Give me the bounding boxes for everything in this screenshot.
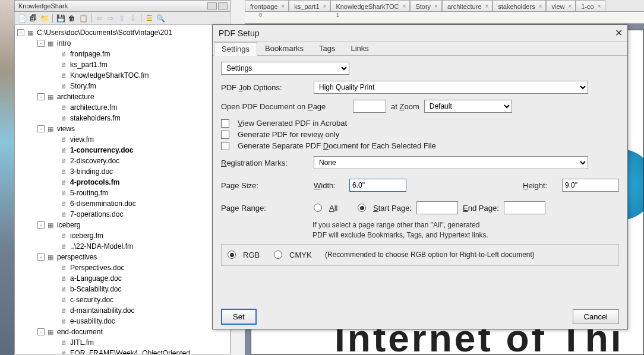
expander-icon[interactable]: − [37,40,45,47]
document-tab[interactable]: Story× [410,0,442,11]
panel-minimize-icon[interactable] [207,2,217,9]
tree-file[interactable]: FOR_FRAME\Week4_ObjectOriented [16,348,229,354]
tree-file[interactable]: architecture.fm [16,102,229,113]
panel-options-icon[interactable] [218,2,228,9]
document-tab[interactable]: ks_part1× [289,0,330,11]
tab-close-icon[interactable]: × [281,3,285,9]
tree-file[interactable]: Perspectives.doc [16,262,229,273]
tree-file[interactable]: ks_part1.fm [16,59,229,70]
save-icon[interactable]: 💾 [56,14,65,23]
arrow-up-icon[interactable]: ⇧ [117,14,127,23]
height-input[interactable] [562,179,619,192]
tree-file[interactable]: 4-protocols.fm [16,177,229,188]
tab-close-icon[interactable]: × [434,3,438,9]
tree-folder[interactable]: −architecture [16,91,229,102]
cancel-button[interactable]: Cancel [573,309,619,324]
tree-folder[interactable]: −iceberg [16,220,229,230]
tree-file[interactable]: b-Scalability.doc [16,284,229,294]
end-page-input[interactable] [504,201,545,214]
close-icon[interactable]: ✕ [615,27,623,39]
document-tab[interactable]: KnowledgeSharkTOC× [330,0,410,11]
all-radio[interactable] [314,204,322,212]
tree-file[interactable]: a-Language.doc [16,273,229,284]
tree-file[interactable]: 7-operations.doc [16,209,229,220]
list-icon[interactable]: ☰ [144,14,154,23]
tree-label: FOR_FRAME\Week4_ObjectOriented [70,349,190,354]
tab-close-icon[interactable]: × [539,3,542,9]
tree-file[interactable]: Story.fm [16,81,229,91]
document-tab[interactable]: stakeholders× [493,0,546,11]
start-page-input[interactable] [416,201,458,214]
tree-file[interactable]: c-security.doc [16,294,229,305]
tree-file[interactable]: view.fm [16,134,229,145]
arrow-left-icon[interactable]: ⇦ [94,14,104,23]
paste-icon[interactable]: 📋 [78,14,88,23]
dialog-tab-bookmarks[interactable]: Bookmarks [257,42,311,55]
tree-file[interactable]: ..\22-NDA-Model.fm [16,241,229,252]
expander-icon[interactable]: − [37,221,45,229]
expander-icon[interactable]: − [37,125,45,132]
tree-file[interactable]: KnowledgeSharkTOC.fm [16,70,229,81]
dialog-titlebar: PDF Setup ✕ [213,25,627,42]
set-button[interactable]: Set [221,309,257,325]
settings-preset-select[interactable]: Settings [221,62,349,75]
tree-file[interactable]: iceberg.fm [16,230,229,241]
tab-close-icon[interactable]: × [323,3,327,9]
view-pdf-checkbox[interactable] [221,119,229,128]
book-tree[interactable]: −C:\Users\doc\Documents\ScottVintage\201… [14,25,231,354]
cmyk-radio[interactable] [274,251,282,259]
rgb-radio[interactable] [228,251,236,259]
add-folder-icon[interactable]: 📁 [40,14,49,23]
expander-icon[interactable]: − [37,93,45,100]
file-icon [59,114,68,122]
tree-folder[interactable]: −end-document [16,327,229,337]
panel-header: KnowledgeShark [14,0,231,12]
cmyk-label: CMYK [289,251,320,259]
tree-file[interactable]: JITL.fm [16,337,229,348]
dialog-tab-links[interactable]: Links [343,42,376,55]
tree-file[interactable]: e-usability.doc [16,316,229,327]
width-input[interactable] [349,179,406,192]
tree-file[interactable]: frontpage.fm [16,49,229,59]
start-page-radio[interactable] [358,204,366,212]
arrow-right-icon[interactable]: ⇨ [106,14,115,23]
arrow-down-icon[interactable]: ⇩ [128,14,138,23]
reg-marks-select[interactable]: None [314,156,588,169]
document-tab[interactable]: architecture× [442,0,493,11]
tree-file[interactable]: 5-routing.fm [16,188,229,198]
delete-icon[interactable]: 🗑 [67,14,77,23]
add-file-icon[interactable]: 📄 [17,14,27,23]
tree-root[interactable]: −C:\Users\doc\Documents\ScottVintage\201 [16,27,229,38]
job-options-select[interactable]: High Quality Print [314,81,588,94]
tree-folder[interactable]: −perspectives [16,252,229,262]
tab-close-icon[interactable]: × [598,3,601,9]
tree-file[interactable]: 3-binding.doc [16,166,229,177]
document-tab[interactable]: frontpage× [245,0,289,11]
review-only-checkbox[interactable] [221,131,229,139]
tree-file[interactable]: d-maintainability.doc [16,305,229,316]
expander-icon[interactable]: − [37,253,45,261]
tab-close-icon[interactable]: × [403,3,406,9]
file-icon [59,178,68,186]
open-page-input[interactable] [353,100,386,113]
tab-close-icon[interactable]: × [485,3,488,9]
tree-folder[interactable]: −views [16,123,229,134]
add-page-icon[interactable]: 🗐 [29,14,38,23]
tree-file[interactable]: stakeholders.fm [16,113,229,123]
tree-label: d-maintainability.doc [70,306,135,315]
tree-folder[interactable]: −intro [16,38,229,49]
rgb-label: RGB [243,251,269,259]
tree-file[interactable]: 1-concurrency.doc [16,145,229,156]
document-tab[interactable]: view× [546,0,576,11]
search-icon[interactable]: 🔍 [156,14,165,23]
dialog-tab-tags[interactable]: Tags [311,42,343,55]
tree-file[interactable]: 2-discovery.doc [16,156,229,166]
expander-icon[interactable]: − [37,328,45,335]
document-tab[interactable]: 1-co× [576,0,605,11]
separate-pdf-checkbox[interactable] [221,142,229,150]
zoom-select[interactable]: Default [424,100,512,113]
tree-file[interactable]: 6-disemmination.doc [16,198,229,209]
dialog-tab-settings[interactable]: Settings [214,42,257,56]
tab-close-icon[interactable]: × [569,3,572,9]
file-icon [59,157,68,165]
